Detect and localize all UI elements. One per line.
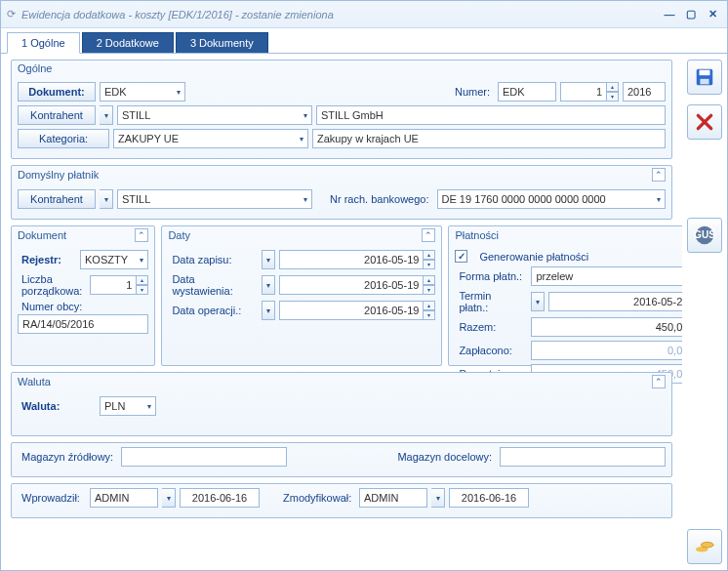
gen-label: Generowanie płatności [475,251,592,263]
obcy-value[interactable] [18,314,148,334]
payments-panel: Płatności ⌃ Generowanie płatności Forma … [448,225,682,366]
wyst-value[interactable] [279,275,424,295]
tab-general[interactable]: 1 Ogólne [7,32,80,54]
dates-panel: Daty ⌃ Data zapisu: ▴▾ [161,225,442,366]
lp-label: Liczba porządkowa: [18,273,86,297]
created-on [180,488,260,508]
oper-spinner[interactable]: ▴▾ [424,301,435,320]
razem-value[interactable] [531,317,682,337]
dokument-combo[interactable]: EDK▾ [100,82,185,102]
termin-cal-dd[interactable] [531,292,545,311]
dokument-value: EDK [104,86,127,98]
numer-year [623,82,666,102]
bank-combo[interactable]: DE 19 1760 0000 0000 0000 0000▾ [437,189,667,209]
numer-label: Numer: [451,86,494,98]
window: ⟳ Ewidencja dodatkowa - koszty [EDK/1/20… [0,0,728,571]
modified-on [449,488,529,508]
mag-dst-label: Magazyn docelowy: [393,451,496,463]
tabs: 1 Ogólne 2 Dodatkowe 3 Dokumenty [1,28,727,54]
oper-label: Data operacji.: [168,305,258,316]
wyst-cal-dd[interactable] [262,275,275,295]
tab-additional[interactable]: 2 Dodatkowe [82,32,174,54]
payer-kontrahent-value: STILL [122,193,150,205]
coins-icon [694,536,715,557]
dates-header: Daty [168,229,190,241]
oper-cal-dd[interactable] [262,301,275,320]
wyst-label: Data wystawienia: [168,273,258,297]
rejestr-value: KOSZTY [85,254,128,265]
oper-value[interactable] [279,301,424,320]
general-panel: Ogólne Dokument: EDK▾ Numer: ▴▾ [11,60,672,159]
kontrahent-label-button[interactable]: Kontrahent [18,105,96,125]
close-button[interactable]: ✕ [704,6,721,23]
numer-value[interactable] [560,82,607,102]
payer-kontrahent-combo[interactable]: STILL▾ [117,189,312,209]
mag-panel: Magazyn źródłowy: Magazyn docelowy: [11,442,672,477]
kategoria-value: ZAKUPY UE [118,133,179,144]
rejestr-combo[interactable]: KOSZTY▾ [80,250,148,269]
cancel-button[interactable] [687,104,722,140]
currency-collapse-icon[interactable]: ⌃ [652,375,666,388]
modified-label: Zmodyfikował: [279,492,355,504]
currency-label: Waluta: [18,400,96,412]
document-collapse-icon[interactable]: ⌃ [135,228,148,242]
window-title: Ewidencja dodatkowa - koszty [EDK/1/2016… [21,9,657,20]
tab-documents[interactable]: 3 Dokumenty [176,32,268,54]
kategoria-desc[interactable] [312,129,666,148]
svg-point-6 [701,542,713,548]
termin-value[interactable] [548,292,682,311]
currency-header: Waluta [18,376,51,387]
payer-panel: Domyślny płatnik ⌃ Kontrahent STILL▾ Nr … [11,165,672,220]
bank-label: Nr rach. bankowego: [326,193,433,205]
dokument-label-button[interactable]: Dokument: [18,82,96,102]
zap-value [531,341,682,360]
gen-checkbox[interactable] [455,250,467,263]
created-dd[interactable] [162,488,176,508]
lp-spinner[interactable]: ▴▾ [137,275,148,295]
modified-dd[interactable] [431,488,445,508]
gus-button[interactable]: GUS [687,218,722,253]
modified-by [359,488,427,508]
kontrahent-type-dd[interactable] [100,105,113,125]
dates-collapse-icon[interactable]: ⌃ [422,228,435,242]
forma-combo[interactable]: przelew▾ [531,266,682,286]
kontrahent-combo[interactable]: STILL▾ [117,105,312,125]
zapisu-value[interactable] [279,250,424,269]
forma-value: przelew [536,270,573,282]
general-header: Ogólne [18,62,52,74]
close-icon [695,112,714,132]
audit-panel: Wprowadził: Zmodyfikował: [11,483,672,518]
currency-value: PLN [104,400,125,412]
zapisu-cal-dd[interactable] [262,250,275,269]
numer-prefix [498,82,556,102]
maximize-button[interactable]: ▢ [682,6,700,23]
currency-combo[interactable]: PLN▾ [100,396,156,416]
floppy-icon [694,66,715,88]
wyst-spinner[interactable]: ▴▾ [424,275,435,295]
rejestr-label: Rejestr: [18,254,76,265]
kontrahent-value: STILL [122,109,150,121]
payer-header: Domyślny płatnik [18,169,99,181]
kategoria-combo[interactable]: ZAKUPY UE▾ [113,129,308,148]
termin-label: Termin płatn.: [455,290,527,313]
numer-spinner[interactable]: ▴▾ [607,82,619,102]
money-button[interactable] [687,529,722,564]
zap-label: Zapłacono: [455,345,527,356]
payer-kontrahent-type-dd[interactable] [100,189,113,209]
titlebar: ⟳ Ewidencja dodatkowa - koszty [EDK/1/20… [1,1,727,28]
save-button[interactable] [687,60,722,95]
mag-dst-input[interactable] [500,447,666,467]
kategoria-label-button[interactable]: Kategoria: [18,129,109,148]
mag-src-input[interactable] [121,447,287,467]
action-bar: GUS [682,54,727,570]
zapisu-label: Data zapisu: [168,254,258,265]
document-header: Dokument [18,229,66,241]
mag-src-label: Magazyn źródłowy: [18,451,117,463]
payer-kontrahent-label-button[interactable]: Kontrahent [18,189,96,209]
zapisu-spinner[interactable]: ▴▾ [424,250,435,269]
payments-header: Płatności [455,229,499,241]
lp-value[interactable] [90,275,137,295]
minimize-button[interactable]: — [661,6,678,23]
payer-collapse-icon[interactable]: ⌃ [652,168,666,182]
created-label: Wprowadził: [18,492,86,504]
